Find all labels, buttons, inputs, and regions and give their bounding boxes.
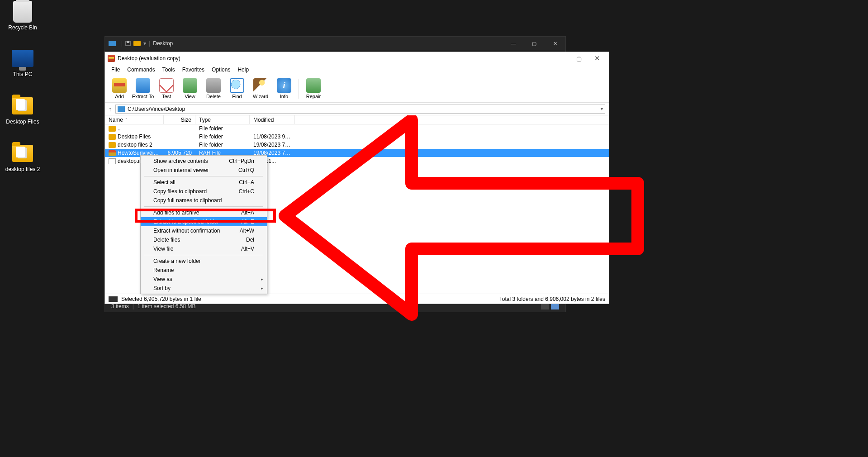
- toolbar-test-button[interactable]: Test: [155, 76, 178, 102]
- folder-icon: [109, 126, 116, 132]
- cell-type: File folder: [195, 142, 250, 148]
- desktop-icon-desktop-files-2[interactable]: desktop files 2: [5, 143, 41, 172]
- toolbar-label: Add: [115, 94, 124, 99]
- find-icon: [230, 78, 244, 93]
- folder-icon: [109, 142, 116, 148]
- toolbar-add-button[interactable]: Add: [108, 76, 131, 102]
- toolbar-label: Extract To: [132, 94, 154, 99]
- cell-modified: 11/08/2023 9:5...: [250, 133, 295, 140]
- menu-help[interactable]: Help: [234, 66, 252, 74]
- close-button[interactable]: ✕: [588, 52, 606, 65]
- delete-icon: [206, 78, 221, 93]
- file-row[interactable]: ..File folder: [105, 124, 609, 133]
- toolbar-view-button[interactable]: View: [178, 76, 202, 102]
- menu-item-copy-full-names-to-clipboard[interactable]: Copy full names to clipboard: [141, 196, 267, 205]
- submenu-arrow-icon: ▸: [261, 277, 263, 281]
- menu-item-extract-without-confirmation[interactable]: Extract without confirmationAlt+W: [141, 226, 267, 235]
- menu-item-open-in-internal-viewer[interactable]: Open in internal viewerCtrl+Q: [141, 166, 267, 175]
- menu-item-shortcut: Alt+E: [241, 219, 254, 225]
- view-details-button[interactable]: [541, 303, 549, 309]
- menu-tools[interactable]: Tools: [159, 66, 179, 74]
- status-item-count: 3 items: [111, 303, 129, 309]
- status-selection: 1 item selected 6.58 MB: [138, 303, 196, 309]
- menu-item-shortcut: Ctrl+Q: [238, 167, 254, 173]
- file-row[interactable]: Desktop FIlesFile folder11/08/2023 9:5..…: [105, 133, 609, 141]
- minimize-button[interactable]: —: [552, 52, 570, 65]
- menu-item-view-file[interactable]: View fileAlt+V: [141, 244, 267, 253]
- toolbar-wizard-button[interactable]: Wizard: [249, 76, 272, 102]
- toolbar-label: Delete: [206, 94, 221, 99]
- toolbar-delete-button[interactable]: Delete: [202, 76, 225, 102]
- menu-item-copy-files-to-clipboard[interactable]: Copy files to clipboardCtrl+C: [141, 187, 267, 196]
- desktop-icon-desktop-files[interactable]: Desktop FIles: [5, 95, 41, 125]
- list-header: Name ⌃ Size Type Modified: [105, 115, 609, 124]
- menu-item-shortcut: Ctrl+A: [239, 179, 254, 186]
- drive-icon: [118, 106, 125, 112]
- menu-options[interactable]: Options: [208, 66, 234, 74]
- menu-item-extract-to-a-specified-folder[interactable]: Extract to a specified folderAlt+E: [141, 217, 267, 226]
- cell-name: desktop files 2: [105, 142, 164, 148]
- menu-favorites[interactable]: Favorites: [179, 66, 208, 74]
- menu-commands[interactable]: Commands: [123, 66, 158, 74]
- menu-item-shortcut: Ctrl+C: [239, 188, 254, 195]
- info-icon: [277, 78, 291, 93]
- menu-separator: [144, 206, 263, 207]
- menu-item-label: Select all: [153, 179, 175, 186]
- winrar-title: Desktop (evaluation copy): [118, 55, 180, 62]
- toolbar-extract-to-button[interactable]: Extract To: [131, 76, 155, 102]
- status-total: Total 3 folders and 6,906,002 bytes in 2…: [499, 296, 605, 302]
- menu-item-create-a-new-folder[interactable]: Create a new folder: [141, 257, 267, 266]
- view-large-icons-button[interactable]: [551, 303, 559, 309]
- pc-icon: [12, 50, 33, 67]
- column-name[interactable]: Name ⌃: [105, 115, 164, 124]
- menu-item-view-as[interactable]: View as▸: [141, 275, 267, 284]
- menu-item-select-all[interactable]: Select allCtrl+A: [141, 178, 267, 187]
- svg-rect-1: [127, 41, 129, 43]
- menu-item-label: Extract to a specified folder: [153, 219, 219, 225]
- menu-file[interactable]: File: [108, 66, 123, 74]
- menu-item-show-archive-contents[interactable]: Show archive contentsCtrl+PgDn: [141, 157, 267, 166]
- save-icon[interactable]: [125, 41, 131, 46]
- desktop-icon-label: Desktop FIles: [5, 119, 41, 125]
- menu-separator: [144, 255, 263, 255]
- desktop-icon-this-pc[interactable]: This PC: [5, 48, 41, 77]
- toolbar-find-button[interactable]: Find: [225, 76, 249, 102]
- maximize-button[interactable]: ▢: [524, 37, 545, 50]
- desktop-icon-recycle-bin[interactable]: Recycle Bin: [5, 1, 41, 31]
- menu-item-label: Delete files: [153, 237, 180, 243]
- toolbar-repair-button[interactable]: Repair: [302, 76, 325, 102]
- cell-name: Desktop FIles: [105, 133, 164, 140]
- path-input[interactable]: C:\Users\Vince\Desktop ▾: [115, 105, 605, 114]
- menu-item-shortcut: Alt+A: [241, 209, 254, 216]
- menu-item-rename[interactable]: Rename: [141, 266, 267, 275]
- toolbar-info-button[interactable]: Info: [272, 76, 296, 102]
- winrar-statusbar: Selected 6,905,720 bytes in 1 file Total…: [105, 294, 609, 304]
- file-row[interactable]: desktop files 2File folder19/08/2023 7:0…: [105, 141, 609, 149]
- explorer-title: Desktop: [153, 40, 173, 47]
- sort-caret-icon: ⌃: [125, 118, 128, 122]
- menu-item-add-files-to-archive[interactable]: Add files to archiveAlt+A: [141, 208, 267, 217]
- toolbar-separator: [299, 79, 299, 99]
- folder-docs-icon: [12, 145, 33, 162]
- up-button[interactable]: ↑: [109, 105, 112, 113]
- menu-item-shortcut: Ctrl+PgDn: [229, 158, 254, 164]
- column-modified[interactable]: Modified: [250, 115, 295, 124]
- path-dropdown-icon[interactable]: ▾: [601, 106, 603, 111]
- column-type[interactable]: Type: [195, 115, 250, 124]
- menu-item-label: Copy full names to clipboard: [153, 197, 222, 204]
- menu-item-sort-by[interactable]: Sort by▸: [141, 284, 267, 293]
- explorer-titlebar: | ▾ | Desktop — ▢ ✕: [105, 37, 565, 50]
- desktop-icon-label: Recycle Bin: [5, 24, 41, 31]
- extract-to-icon: [136, 78, 150, 93]
- ini-icon: [109, 158, 116, 164]
- dropdown-caret-icon[interactable]: ▾: [143, 40, 146, 47]
- maximize-button[interactable]: ▢: [570, 52, 588, 65]
- close-button[interactable]: ✕: [545, 37, 565, 50]
- menu-item-delete-files[interactable]: Delete filesDel: [141, 235, 267, 244]
- menu-item-label: Show archive contents: [153, 158, 208, 164]
- explorer-pc-icon: [109, 41, 116, 46]
- repair-icon: [306, 78, 321, 93]
- bin-icon: [13, 1, 32, 23]
- minimize-button[interactable]: —: [503, 37, 524, 50]
- column-size[interactable]: Size: [164, 115, 195, 124]
